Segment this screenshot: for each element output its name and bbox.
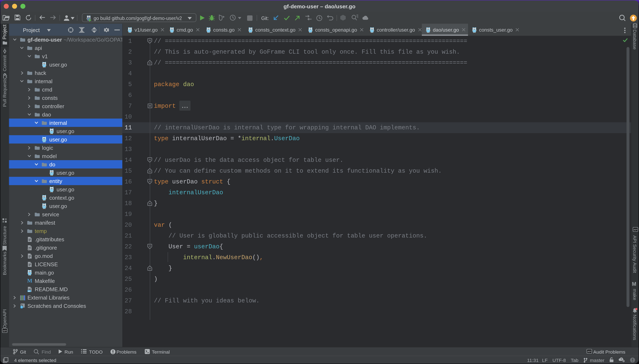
svg-text:/API: /API (588, 350, 591, 352)
svg-text:MD: MD (28, 290, 30, 292)
svg-text:/API: /API (3, 330, 7, 332)
svg-text:?: ? (620, 358, 622, 361)
